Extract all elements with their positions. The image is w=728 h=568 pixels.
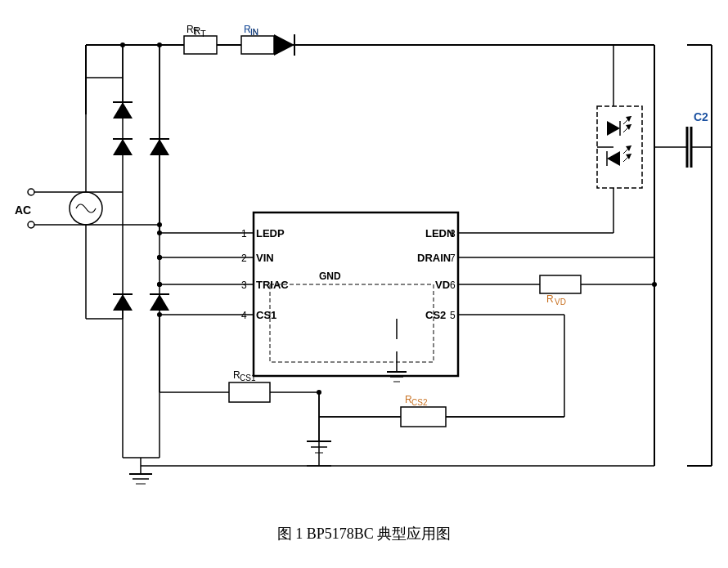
- svg-text:4: 4: [241, 310, 247, 321]
- svg-rect-116: [184, 36, 217, 54]
- svg-text:5: 5: [450, 310, 456, 321]
- svg-point-74: [28, 189, 34, 195]
- svg-text:T: T: [200, 29, 206, 38]
- svg-point-76: [28, 221, 34, 228]
- caption-text: 图 1 BP5178BC 典型应用图: [277, 526, 452, 542]
- svg-text:2: 2: [241, 253, 247, 264]
- svg-text:3: 3: [241, 280, 247, 291]
- svg-point-97: [120, 42, 125, 47]
- svg-text:R: R: [546, 293, 554, 305]
- svg-marker-90: [113, 294, 133, 311]
- svg-text:CS1: CS1: [240, 373, 256, 382]
- svg-text:GND: GND: [319, 271, 341, 282]
- svg-text:6: 6: [450, 280, 456, 291]
- svg-text:CS2: CS2: [411, 398, 428, 407]
- svg-text:7: 7: [450, 253, 456, 264]
- svg-text:VD: VD: [435, 279, 450, 291]
- svg-text:CS1: CS1: [256, 309, 276, 321]
- svg-point-159: [157, 282, 162, 287]
- figure-caption: 图 1 BP5178BC 典型应用图: [0, 524, 728, 543]
- svg-marker-46: [607, 121, 620, 136]
- svg-text:1: 1: [241, 228, 247, 239]
- svg-marker-32: [274, 34, 294, 56]
- svg-text:CS2: CS2: [425, 309, 446, 321]
- svg-point-158: [157, 255, 162, 260]
- svg-point-66: [652, 282, 657, 287]
- svg-text:LEDP: LEDP: [256, 227, 285, 239]
- svg-marker-84: [113, 139, 133, 155]
- svg-text:AC: AC: [15, 203, 31, 217]
- svg-rect-137: [229, 382, 270, 402]
- page-container: RS LEDP 1 VIN 2 TRIAC 3 CS1 4 LEDN 8 DRA…: [0, 0, 728, 568]
- svg-rect-64: [540, 275, 581, 293]
- svg-rect-120: [241, 36, 274, 54]
- svg-text:R: R: [193, 25, 200, 37]
- svg-text:IN: IN: [250, 28, 258, 37]
- svg-text:VIN: VIN: [256, 252, 274, 264]
- svg-text:8: 8: [450, 228, 456, 239]
- svg-point-160: [157, 312, 162, 317]
- svg-rect-147: [401, 407, 446, 427]
- svg-text:C2: C2: [694, 110, 708, 123]
- svg-marker-48: [607, 151, 620, 166]
- svg-text:DRAIN: DRAIN: [417, 252, 451, 264]
- svg-text:VD: VD: [555, 297, 566, 306]
- svg-marker-93: [150, 294, 169, 311]
